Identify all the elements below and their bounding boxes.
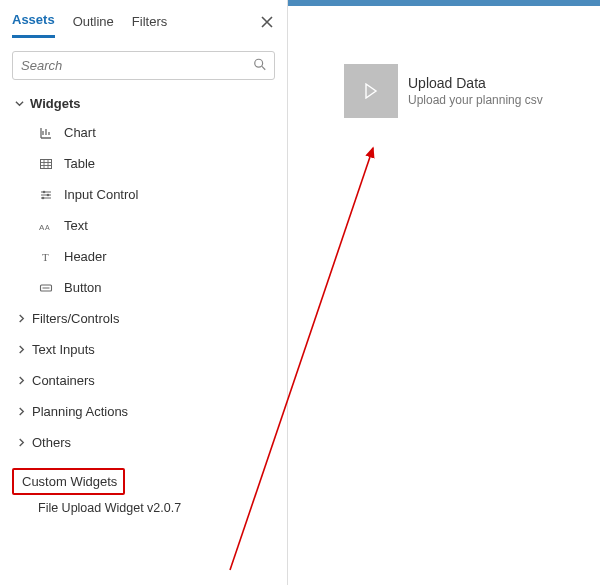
chevron-right-icon <box>16 376 26 385</box>
search-field <box>12 51 275 80</box>
widget-item-table[interactable]: Table <box>12 148 275 179</box>
svg-text:T: T <box>42 251 49 263</box>
button-icon <box>38 281 54 295</box>
table-icon <box>38 157 54 171</box>
upload-data-widget[interactable]: Upload Data Upload your planning csv <box>344 64 543 118</box>
widget-item-button[interactable]: Button <box>12 272 275 303</box>
tree: Widgets Chart Table Input Control <box>12 90 275 515</box>
widget-item-label: Text <box>64 218 88 233</box>
tree-node-label: Others <box>32 435 71 450</box>
tree-node-label: Widgets <box>30 96 80 111</box>
svg-point-5 <box>42 196 45 199</box>
panel-tabs: Assets Outline Filters <box>12 8 275 39</box>
tab-assets[interactable]: Assets <box>12 8 55 38</box>
widget-text: Upload Data Upload your planning csv <box>408 75 543 107</box>
header-icon: T <box>38 250 54 264</box>
svg-point-4 <box>47 193 50 196</box>
widget-item-input-control[interactable]: Input Control <box>12 179 275 210</box>
svg-rect-10 <box>43 287 50 288</box>
svg-rect-2 <box>41 159 52 168</box>
tree-node-planning-actions[interactable]: Planning Actions <box>12 396 275 427</box>
tree-node-custom-widgets[interactable]: Custom Widgets <box>12 468 125 495</box>
canvas[interactable]: Upload Data Upload your planning csv <box>288 0 600 585</box>
widget-item-label: Table <box>64 156 95 171</box>
widget-item-label: Header <box>64 249 107 264</box>
tree-node-text-inputs[interactable]: Text Inputs <box>12 334 275 365</box>
tab-outline[interactable]: Outline <box>73 10 114 37</box>
chart-icon <box>38 126 54 140</box>
text-icon: AA <box>38 219 54 233</box>
widget-item-chart[interactable]: Chart <box>12 117 275 148</box>
tree-node-label: Text Inputs <box>32 342 95 357</box>
svg-point-3 <box>43 190 46 193</box>
tree-node-filters-controls[interactable]: Filters/Controls <box>12 303 275 334</box>
widget-item-label: Chart <box>64 125 96 140</box>
search-icon <box>253 57 267 74</box>
canvas-topbar <box>288 0 600 6</box>
sliders-icon <box>38 188 54 202</box>
widget-item-header[interactable]: T Header <box>12 241 275 272</box>
play-icon <box>344 64 398 118</box>
close-icon[interactable] <box>261 16 275 31</box>
svg-line-1 <box>262 66 265 69</box>
chevron-right-icon <box>16 314 26 323</box>
svg-text:A: A <box>45 224 50 231</box>
chevron-right-icon <box>16 438 26 447</box>
tree-node-label: Custom Widgets <box>22 474 117 489</box>
tree-node-label: Planning Actions <box>32 404 128 419</box>
tree-node-others[interactable]: Others <box>12 427 275 458</box>
chevron-right-icon <box>16 407 26 416</box>
tree-node-containers[interactable]: Containers <box>12 365 275 396</box>
svg-point-0 <box>255 59 263 67</box>
tree-node-label: Filters/Controls <box>32 311 119 326</box>
widget-subtitle: Upload your planning csv <box>408 93 543 107</box>
assets-panel: Assets Outline Filters Widgets <box>0 0 288 585</box>
widget-item-label: Input Control <box>64 187 138 202</box>
tab-filters[interactable]: Filters <box>132 10 167 37</box>
chevron-right-icon <box>16 345 26 354</box>
tree-node-widgets[interactable]: Widgets <box>12 90 275 117</box>
custom-widget-item[interactable]: File Upload Widget v2.0.7 <box>12 495 275 515</box>
search-input[interactable] <box>12 51 275 80</box>
widget-item-text[interactable]: AA Text <box>12 210 275 241</box>
tree-node-label: Containers <box>32 373 95 388</box>
widget-title: Upload Data <box>408 75 543 91</box>
widget-item-label: Button <box>64 280 102 295</box>
chevron-down-icon <box>14 99 24 108</box>
